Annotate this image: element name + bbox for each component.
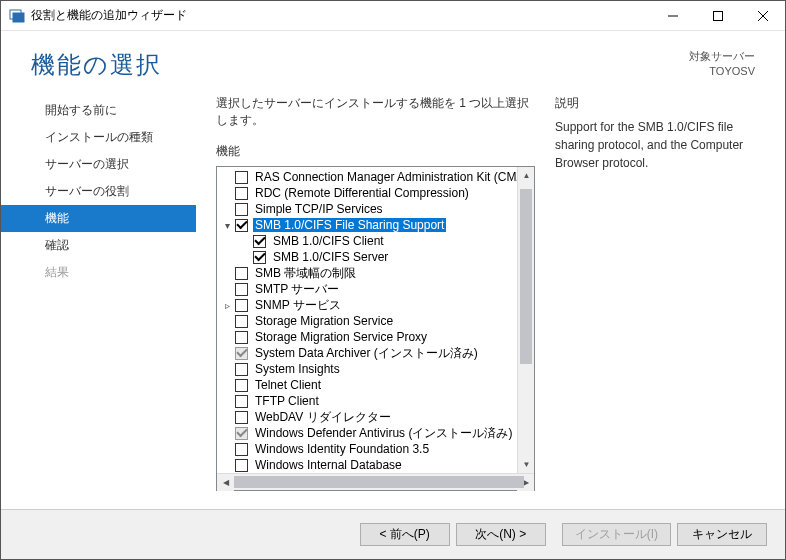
feature-row[interactable]: Storage Migration Service Proxy [221,329,534,345]
hscrollbar-thumb[interactable] [234,476,524,488]
sidebar-item-features[interactable]: 機能 [1,205,196,232]
feature-checkbox[interactable] [253,251,266,264]
sidebar-item-before-you-begin[interactable]: 開始する前に [1,97,196,124]
main-content: 選択したサーバーにインストールする機能を 1 つ以上選択します。 機能 RAS … [196,91,785,509]
scrollbar-thumb[interactable] [520,189,532,364]
features-tree-container: RAS Connection Manager Administration Ki… [216,166,535,491]
sidebar-item-confirmation[interactable]: 確認 [1,232,196,259]
svg-rect-3 [713,11,722,20]
page-header: 機能の選択 対象サーバー TOYOSV [1,31,785,91]
close-button[interactable] [740,1,785,30]
sidebar-item-install-type[interactable]: インストールの種類 [1,124,196,151]
feature-row[interactable]: Telnet Client [221,377,534,393]
feature-row[interactable]: RAS Connection Manager Administration Ki… [221,169,534,185]
feature-row[interactable]: RDC (Remote Differential Compression) [221,185,534,201]
scroll-left-icon[interactable]: ◀ [217,474,234,491]
feature-label[interactable]: System Data Archiver (インストール済み) [253,345,480,362]
feature-row[interactable]: System Data Archiver (インストール済み) [221,345,534,361]
sidebar-item-results: 結果 [1,259,196,286]
app-icon [9,8,25,24]
feature-checkbox[interactable] [235,331,248,344]
instruction-text: 選択したサーバーにインストールする機能を 1 つ以上選択します。 [216,95,535,129]
feature-row[interactable]: Storage Migration Service [221,313,534,329]
feature-row[interactable]: WebDAV リダイレクター [221,409,534,425]
feature-checkbox[interactable] [235,443,248,456]
feature-row[interactable]: ▾SMB 1.0/CIFS File Sharing Support [221,217,534,233]
feature-row[interactable]: TFTP Client [221,393,534,409]
sidebar-item-server-selection[interactable]: サーバーの選択 [1,151,196,178]
feature-row[interactable]: Simple TCP/IP Services [221,201,534,217]
vertical-scrollbar[interactable]: ▲ ▼ [517,167,534,473]
feature-checkbox[interactable] [235,203,248,216]
features-heading: 機能 [216,143,535,160]
install-button: インストール(I) [562,523,671,546]
feature-checkbox[interactable] [235,395,248,408]
feature-label[interactable]: TFTP Client [253,394,321,408]
next-button[interactable]: 次へ(N) > [456,523,546,546]
page-title: 機能の選択 [31,49,162,81]
feature-label[interactable]: SNMP サービス [253,297,343,314]
feature-checkbox[interactable] [235,363,248,376]
feature-label[interactable]: Telnet Client [253,378,323,392]
feature-row[interactable]: SMB 1.0/CIFS Client [221,233,534,249]
features-tree-scroll[interactable]: RAS Connection Manager Administration Ki… [217,167,534,473]
sidebar-item-server-roles[interactable]: サーバーの役割 [1,178,196,205]
feature-label[interactable]: SMB 1.0/CIFS Server [271,250,390,264]
feature-label[interactable]: Simple TCP/IP Services [253,202,385,216]
feature-row[interactable]: Windows Identity Foundation 3.5 [221,441,534,457]
horizontal-scrollbar[interactable]: ◀ ▶ [217,473,534,490]
feature-row[interactable]: Windows Defender Antivirus (インストール済み) [221,425,534,441]
target-server-info: 対象サーバー TOYOSV [689,49,755,80]
feature-row[interactable]: ▹SNMP サービス [221,297,534,313]
minimize-button[interactable] [650,1,695,30]
wizard-steps-sidebar: 開始する前に インストールの種類 サーバーの選択 サーバーの役割 機能 確認 結… [1,91,196,509]
description-text: Support for the SMB 1.0/CIFS file sharin… [555,118,755,172]
scroll-up-icon[interactable]: ▲ [518,167,534,184]
feature-row[interactable]: SMB 1.0/CIFS Server [221,249,534,265]
feature-checkbox[interactable] [253,235,266,248]
target-value: TOYOSV [689,64,755,79]
feature-checkbox[interactable] [235,347,248,360]
maximize-button[interactable] [695,1,740,30]
feature-label[interactable]: SMB 1.0/CIFS Client [271,234,386,248]
feature-label[interactable]: Windows Internal Database [253,458,404,472]
feature-checkbox[interactable] [235,411,248,424]
feature-label[interactable]: RAS Connection Manager Administration Ki… [253,170,526,184]
collapse-icon[interactable]: ▾ [221,220,233,231]
feature-label[interactable]: Windows Identity Foundation 3.5 [253,442,431,456]
cancel-button[interactable]: キャンセル [677,523,767,546]
wizard-footer: < 前へ(P) 次へ(N) > インストール(I) キャンセル [1,509,785,559]
feature-checkbox[interactable] [235,427,248,440]
feature-checkbox[interactable] [235,267,248,280]
scroll-down-icon[interactable]: ▼ [518,456,534,473]
window-title: 役割と機能の追加ウィザード [31,7,650,24]
previous-button[interactable]: < 前へ(P) [360,523,450,546]
feature-label[interactable]: Storage Migration Service [253,314,395,328]
description-heading: 説明 [555,95,755,112]
feature-label[interactable]: SMB 帯域幅の制限 [253,265,358,282]
features-column: 選択したサーバーにインストールする機能を 1 つ以上選択します。 機能 RAS … [216,95,535,499]
feature-checkbox[interactable] [235,299,248,312]
feature-label[interactable]: RDC (Remote Differential Compression) [253,186,471,200]
feature-label[interactable]: Windows Defender Antivirus (インストール済み) [253,425,514,442]
feature-row[interactable]: Windows Internal Database [221,457,534,473]
feature-checkbox[interactable] [235,315,248,328]
feature-label[interactable]: SMTP サーバー [253,281,341,298]
feature-checkbox[interactable] [235,379,248,392]
feature-label[interactable]: Storage Migration Service Proxy [253,330,429,344]
feature-label[interactable]: WebDAV リダイレクター [253,409,393,426]
body: 開始する前に インストールの種類 サーバーの選択 サーバーの役割 機能 確認 結… [1,91,785,509]
feature-row[interactable]: SMTP サーバー [221,281,534,297]
feature-label[interactable]: SMB 1.0/CIFS File Sharing Support [253,218,446,232]
titlebar: 役割と機能の追加ウィザード [1,1,785,31]
feature-checkbox[interactable] [235,219,248,232]
feature-row[interactable]: System Insights [221,361,534,377]
feature-checkbox[interactable] [235,459,248,472]
feature-checkbox[interactable] [235,283,248,296]
feature-label[interactable]: System Insights [253,362,342,376]
expand-icon[interactable]: ▹ [221,300,233,311]
feature-checkbox[interactable] [235,171,248,184]
feature-checkbox[interactable] [235,187,248,200]
feature-row[interactable]: SMB 帯域幅の制限 [221,265,534,281]
wizard-window: 役割と機能の追加ウィザード 機能の選択 対象サーバー TOYOSV 開始する前に… [0,0,786,560]
